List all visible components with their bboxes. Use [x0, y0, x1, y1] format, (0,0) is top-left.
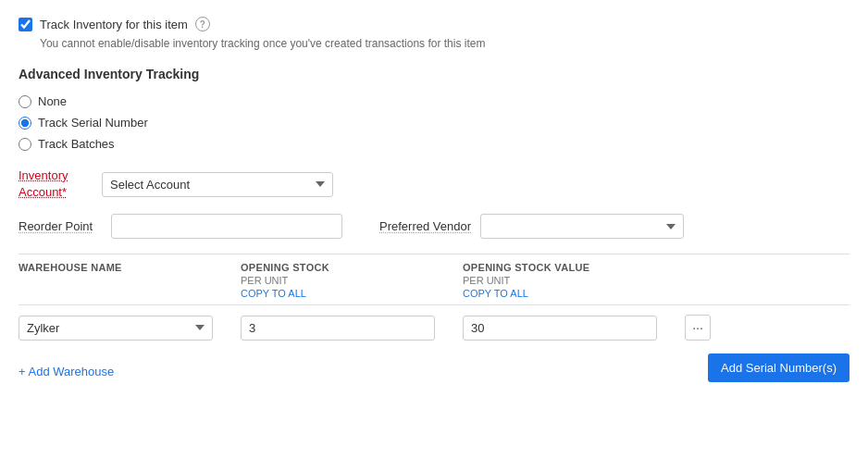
preferred-vendor-label: Preferred Vendor	[379, 219, 471, 233]
warehouse-name-select[interactable]: Zylker	[19, 316, 213, 341]
preferred-vendor-select[interactable]	[480, 214, 684, 239]
copy-to-all-opening[interactable]: COPY TO ALL	[241, 288, 463, 299]
reorder-point-group: Reorder Point	[19, 214, 342, 239]
opening-stock-value-cell	[463, 316, 685, 341]
copy-to-all-value[interactable]: COPY TO ALL	[463, 288, 685, 299]
row-ellipsis-button[interactable]: ···	[685, 315, 711, 341]
track-inventory-info: You cannot enable/disable inventory trac…	[40, 37, 849, 50]
opening-stock-value-input[interactable]	[463, 316, 657, 341]
opening-stock-input[interactable]	[241, 316, 435, 341]
track-inventory-checkbox[interactable]	[19, 18, 32, 31]
add-warehouse-link[interactable]: + Add Warehouse	[19, 365, 114, 378]
radio-serial-label: Track Serial Number	[38, 116, 148, 130]
warehouse-name-cell: Zylker	[19, 316, 241, 341]
track-inventory-row: Track Inventory for this item ?	[19, 17, 849, 31]
ellipsis-icon: ···	[692, 320, 703, 335]
add-serial-button[interactable]: Add Serial Number(s)	[708, 353, 849, 382]
radio-batch[interactable]	[19, 138, 31, 151]
fields-row: Reorder Point Preferred Vendor	[19, 214, 849, 239]
col-header-name: WAREHOUSE NAME	[19, 262, 241, 273]
radio-item-none: None	[19, 94, 849, 108]
reorder-point-label: Reorder Point	[19, 219, 102, 233]
col-header-value: OPENING STOCK VALUE PER UNIT COPY TO ALL	[463, 262, 685, 299]
radio-item-serial: Track Serial Number	[19, 116, 849, 130]
inventory-account-label: Inventory Account*	[19, 167, 93, 201]
radio-none[interactable]	[19, 95, 31, 108]
right-actions: Add Serial Number(s)	[708, 353, 849, 382]
radio-none-label: None	[38, 94, 67, 108]
table-row: Zylker ···	[19, 305, 849, 350]
row-actions: ···	[685, 315, 849, 341]
track-inventory-label: Track Inventory for this item	[40, 18, 188, 31]
preferred-vendor-group: Preferred Vendor	[379, 214, 684, 239]
col-header-opening: OPENING STOCK PER UNIT COPY TO ALL	[241, 262, 463, 299]
bottom-row: + Add Warehouse Add Serial Number(s)	[19, 353, 849, 382]
warehouse-header-row: WAREHOUSE NAME OPENING STOCK PER UNIT CO…	[19, 254, 849, 305]
reorder-point-input[interactable]	[111, 214, 342, 239]
inventory-account-row: Inventory Account* Select Account	[19, 167, 849, 201]
advanced-section-title: Advanced Inventory Tracking	[19, 67, 849, 81]
radio-item-batch: Track Batches	[19, 137, 849, 151]
radio-group: None Track Serial Number Track Batches	[19, 94, 849, 151]
warehouse-table: WAREHOUSE NAME OPENING STOCK PER UNIT CO…	[19, 254, 849, 350]
help-icon[interactable]: ?	[195, 17, 210, 31]
opening-stock-cell	[241, 316, 463, 341]
inventory-account-select[interactable]: Select Account	[102, 172, 333, 197]
radio-batch-label: Track Batches	[38, 137, 115, 151]
radio-serial[interactable]	[19, 117, 31, 130]
